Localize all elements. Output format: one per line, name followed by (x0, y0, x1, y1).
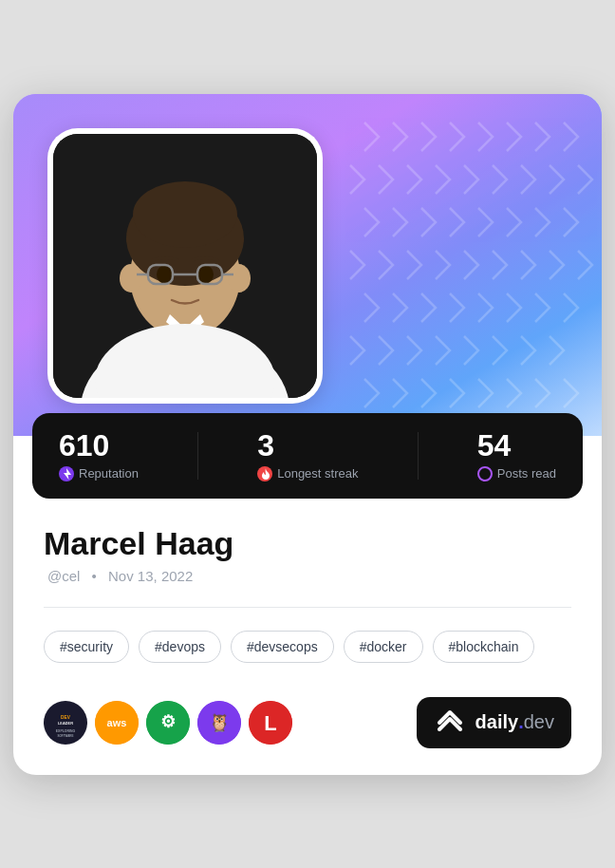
stat-reputation: 610 Reputation (59, 430, 139, 481)
avatar (53, 134, 317, 398)
avatar-wrapper (47, 128, 323, 404)
brand-daily: daily (475, 711, 519, 733)
stat-posts-read: 54 Posts read (477, 430, 556, 481)
badge-aws: aws (95, 701, 139, 745)
svg-marker-18 (64, 468, 71, 480)
tag-devsecops[interactable]: #devsecops (231, 631, 334, 663)
stat-divider-2 (418, 432, 419, 480)
daily-dev-logo (434, 707, 466, 739)
svg-text:SOFTWARE: SOFTWARE (57, 733, 73, 737)
svg-point-8 (228, 264, 251, 292)
svg-text:aws: aws (107, 717, 127, 728)
tags-container: #security #devops #devsecops #docker #bl… (44, 631, 571, 663)
svg-text:EXPLORING: EXPLORING (56, 728, 76, 732)
badge-aws-icon: aws (95, 701, 139, 745)
badge-gears: ⚙ (146, 701, 190, 745)
svg-point-6 (133, 181, 237, 248)
stat-divider-1 (197, 432, 198, 480)
tag-devops[interactable]: #devops (139, 631, 221, 663)
profile-joined: Nov 13, 2022 (108, 568, 193, 584)
badge-dev-leader: DEV LEADER EXPLORING SOFTWARE (44, 701, 87, 745)
posts-read-label: Posts read (497, 466, 556, 481)
reputation-icon (59, 466, 74, 481)
stat-streak: 3 Longest streak (257, 430, 358, 481)
badge-owl-icon: 🦉 (197, 701, 241, 745)
svg-point-7 (120, 264, 142, 292)
tag-blockchain[interactable]: #blockchain (433, 631, 535, 663)
badge-owl: 🦉 (197, 701, 241, 745)
section-divider (44, 607, 571, 608)
bottom-row: DEV LEADER EXPLORING SOFTWARE aws (44, 693, 571, 748)
posts-read-icon (477, 466, 493, 481)
streak-icon (257, 466, 272, 481)
profile-meta: @cel • Nov 13, 2022 (44, 568, 571, 584)
badge-red-l-icon: L (249, 701, 292, 745)
avatar-illustration (53, 134, 317, 398)
tag-security[interactable]: #security (44, 631, 129, 663)
badge-red-l: L (249, 701, 292, 745)
reputation-label: Reputation (79, 466, 139, 481)
tag-docker[interactable]: #docker (344, 631, 423, 663)
profile-card: 610 Reputation 3 Longest streak 54 (13, 94, 602, 775)
profile-name: Marcel Haag (44, 525, 571, 562)
profile-separator: • (92, 568, 97, 584)
badge-gears-icon: ⚙ (146, 701, 190, 745)
brand-dev: dev (524, 711, 554, 733)
svg-text:⚙: ⚙ (160, 712, 176, 731)
stats-bar: 610 Reputation 3 Longest streak 54 (32, 413, 583, 499)
svg-text:L: L (264, 711, 276, 735)
hero-section (13, 94, 602, 436)
svg-text:DEV: DEV (61, 714, 71, 719)
svg-text:LEADER: LEADER (58, 720, 73, 725)
svg-text:🦉: 🦉 (209, 712, 231, 733)
profile-section: Marcel Haag @cel • Nov 13, 2022 #securit… (13, 521, 602, 775)
brand-box: daily.dev (417, 697, 571, 748)
brand-text: daily.dev (475, 711, 554, 733)
streak-label: Longest streak (277, 466, 358, 481)
badges-row: DEV LEADER EXPLORING SOFTWARE aws (44, 701, 292, 745)
profile-handle: @cel (47, 568, 80, 584)
reputation-value: 610 (59, 430, 139, 461)
streak-value: 3 (257, 430, 358, 461)
badge-dev-leader-icon: DEV LEADER EXPLORING SOFTWARE (47, 701, 84, 745)
posts-read-value: 54 (477, 430, 556, 461)
